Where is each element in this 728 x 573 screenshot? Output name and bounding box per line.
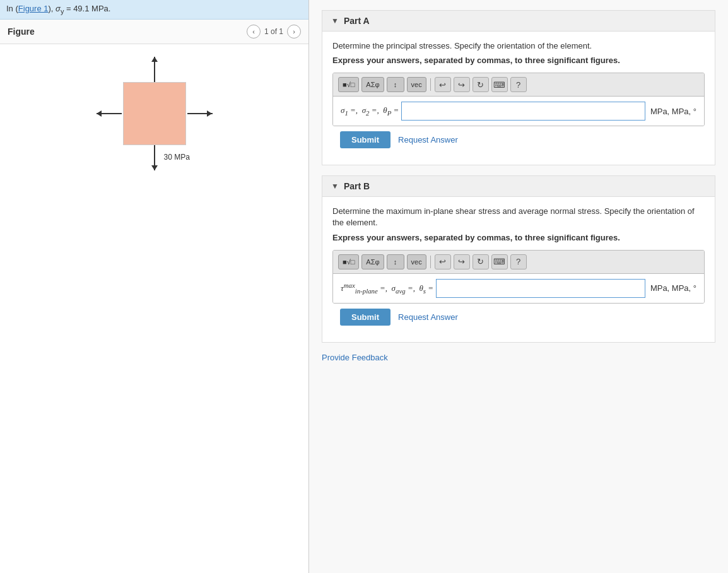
- info-bar: In (Figure 1), σy = 49.1 MPa.: [0, 0, 308, 20]
- part-a-refresh-btn[interactable]: ↻: [473, 77, 489, 92]
- part-b-unit-label: MPa, MPa, °: [650, 283, 696, 293]
- undo-icon-b: ↩: [439, 257, 446, 266]
- right-panel: ▼ Part A Determine the principal stresse…: [309, 0, 728, 573]
- part-a-label: Part A: [344, 16, 370, 26]
- part-a-sqrt-btn[interactable]: ■√□: [338, 77, 359, 92]
- vec-icon-b: vec: [411, 258, 422, 266]
- stress-element-box: [123, 82, 186, 145]
- figure-nav: ‹ 1 of 1 ›: [247, 25, 301, 38]
- part-b-toolbar: ■√□ AΣφ ↕ vec ↩ ↪: [332, 250, 705, 304]
- triangle-down-icon-b: ▼: [331, 182, 339, 191]
- updown-icon-b: ↕: [394, 258, 397, 266]
- figure-title: Figure: [8, 27, 35, 37]
- part-a-description: Determine the principal stresses. Specif…: [332, 40, 705, 52]
- sqrt-icon-b: ■√□: [343, 258, 355, 266]
- part-a-vec-btn[interactable]: vec: [407, 77, 426, 92]
- chevron-right-icon: ›: [293, 28, 295, 35]
- part-b-submit-button[interactable]: Submit: [340, 309, 390, 326]
- sqrt-icon: ■√□: [343, 81, 355, 88]
- next-page-button[interactable]: ›: [287, 25, 301, 38]
- provide-feedback-link[interactable]: Provide Feedback: [322, 353, 715, 362]
- toolbar-sep-2: [430, 256, 431, 268]
- part-a-symbol-btn[interactable]: AΣφ: [361, 77, 384, 92]
- part-b-updown-btn[interactable]: ↕: [387, 254, 404, 269]
- force-label: 30 MPa: [164, 153, 190, 162]
- triangle-down-icon: ▼: [331, 16, 339, 25]
- help-icon: ?: [516, 80, 520, 90]
- refresh-icon: ↻: [477, 80, 484, 90]
- part-a-header: ▼ Part A: [322, 11, 715, 32]
- redo-icon-b: ↪: [458, 257, 465, 266]
- redo-icon: ↪: [458, 80, 465, 90]
- figure-section: Figure ‹ 1 of 1 ›: [0, 20, 308, 573]
- part-b-vec-btn[interactable]: vec: [407, 254, 426, 269]
- part-a-keyboard-btn[interactable]: ⌨: [491, 77, 508, 92]
- part-b-request-answer-link[interactable]: Request Answer: [398, 312, 458, 322]
- page-info: 1 of 1: [264, 27, 283, 36]
- part-b-action-row: Submit Request Answer: [332, 304, 705, 333]
- keyboard-icon: ⌨: [493, 80, 505, 90]
- keyboard-icon-b: ⌨: [493, 257, 505, 266]
- part-a-answer-input[interactable]: [401, 102, 645, 121]
- part-b-toolbar-row: ■√□ AΣφ ↕ vec ↩ ↪: [333, 251, 704, 274]
- bottom-arrow-head: [151, 165, 158, 170]
- part-b-section: ▼ Part B Determine the maximum in-plane …: [322, 175, 715, 342]
- figure-canvas: 30 MPa: [0, 44, 308, 573]
- part-b-keyboard-btn[interactable]: ⌨: [491, 254, 508, 269]
- right-arrow-head: [207, 110, 212, 117]
- part-a-formula-label: σ1 =, σ2 =, θP =: [341, 105, 399, 117]
- vec-icon: vec: [411, 81, 422, 88]
- part-b-body: Determine the maximum in-plane shear str…: [322, 197, 715, 341]
- part-b-instruction: Express your answers, separated by comma…: [332, 233, 705, 242]
- part-a-request-answer-link[interactable]: Request Answer: [398, 135, 458, 145]
- part-b-description: Determine the maximum in-plane shear str…: [332, 206, 705, 228]
- part-b-label: Part B: [344, 181, 370, 191]
- part-a-redo-btn[interactable]: ↪: [454, 77, 470, 92]
- symbol-icon-b: AΣφ: [366, 258, 379, 266]
- stress-diagram: 30 MPa: [91, 57, 218, 170]
- info-text: In (Figure 1), σy = 49.1 MPa.: [6, 4, 110, 13]
- part-a-body: Determine the principal stresses. Specif…: [322, 32, 715, 165]
- toolbar-sep-1: [430, 78, 431, 91]
- top-arrow-line: [154, 57, 155, 82]
- left-arrow-line: [97, 113, 122, 114]
- part-a-submit-button[interactable]: Submit: [340, 131, 390, 148]
- left-panel: In (Figure 1), σy = 49.1 MPa. Figure ‹ 1…: [0, 0, 309, 573]
- part-b-sqrt-btn[interactable]: ■√□: [338, 254, 359, 269]
- part-a-input-row: σ1 =, σ2 =, θP = MPa, MPa, °: [333, 97, 704, 126]
- updown-icon: ↕: [394, 81, 397, 88]
- part-a-toolbar-row: ■√□ AΣφ ↕ vec ↩ ↪: [333, 73, 704, 97]
- part-a-section: ▼ Part A Determine the principal stresse…: [322, 10, 715, 165]
- undo-icon: ↩: [439, 80, 446, 90]
- symbol-icon: AΣφ: [366, 81, 379, 88]
- part-b-undo-btn[interactable]: ↩: [435, 254, 451, 269]
- part-a-toolbar: ■√□ AΣφ ↕ vec ↩ ↪: [332, 73, 705, 126]
- part-b-header: ▼ Part B: [322, 176, 715, 197]
- part-b-symbol-btn[interactable]: AΣφ: [361, 254, 384, 269]
- part-b-refresh-btn[interactable]: ↻: [473, 254, 489, 269]
- part-b-input-row: τmaxin-plane =, σavg =, θs = MPa, MPa, °: [333, 274, 704, 303]
- figure-header: Figure ‹ 1 of 1 ›: [0, 20, 308, 44]
- figure-link[interactable]: Figure 1: [18, 4, 49, 13]
- part-a-instruction: Express your answers, separated by comma…: [332, 56, 705, 65]
- part-a-unit-label: MPa, MPa, °: [650, 107, 696, 116]
- part-a-action-row: Submit Request Answer: [332, 126, 705, 156]
- part-a-help-btn[interactable]: ?: [510, 77, 527, 92]
- part-a-updown-btn[interactable]: ↕: [387, 77, 404, 92]
- part-b-redo-btn[interactable]: ↪: [454, 254, 470, 269]
- help-icon-b: ?: [516, 257, 520, 266]
- chevron-left-icon: ‹: [252, 28, 255, 35]
- refresh-icon-b: ↻: [477, 257, 484, 266]
- part-b-formula-label: τmaxin-plane =, σavg =, θs =: [341, 281, 433, 295]
- part-b-answer-input[interactable]: [436, 279, 645, 298]
- prev-page-button[interactable]: ‹: [247, 25, 261, 38]
- part-a-undo-btn[interactable]: ↩: [435, 77, 451, 92]
- figure-content: 30 MPa: [0, 44, 308, 183]
- part-b-help-btn[interactable]: ?: [510, 254, 527, 269]
